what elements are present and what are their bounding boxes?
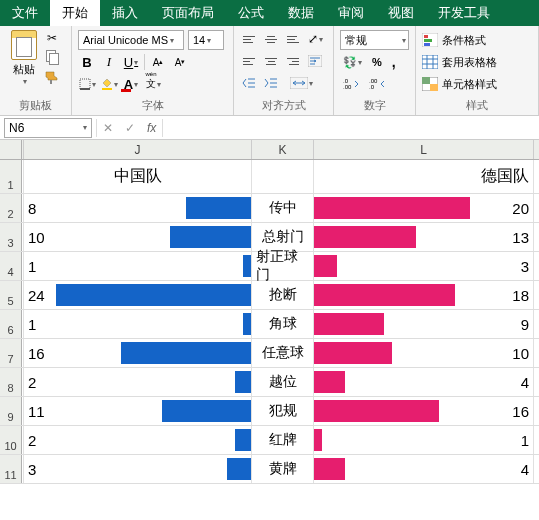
cell-china-value[interactable]: 1 bbox=[24, 252, 252, 280]
cell-china-value[interactable]: 3 bbox=[24, 455, 252, 483]
conditional-format-button[interactable]: 条件格式 bbox=[422, 30, 532, 50]
cell-category[interactable]: 射正球门 bbox=[252, 252, 314, 280]
accept-formula-button[interactable]: ✓ bbox=[119, 121, 141, 135]
align-top-button[interactable] bbox=[240, 30, 258, 48]
table-row: 102红牌1 bbox=[0, 426, 539, 455]
format-painter-icon[interactable] bbox=[44, 70, 60, 86]
cell-germany-value[interactable]: 4 bbox=[314, 368, 534, 396]
currency-button[interactable]: 💱▾ bbox=[340, 53, 365, 71]
menu-item[interactable]: 开始 bbox=[50, 0, 100, 26]
select-all-corner[interactable] bbox=[0, 140, 22, 159]
column-header[interactable]: J bbox=[24, 140, 252, 159]
cell-china-value[interactable]: 1 bbox=[24, 310, 252, 338]
font-color-button[interactable]: A▾ bbox=[122, 74, 140, 94]
cell-category[interactable]: 传中 bbox=[252, 194, 314, 222]
phonetic-guide-button[interactable]: wén文▾ bbox=[144, 74, 162, 94]
cell-china-value[interactable]: 2 bbox=[24, 368, 252, 396]
percent-button[interactable]: % bbox=[369, 53, 385, 71]
cell-china-value[interactable]: 8 bbox=[24, 194, 252, 222]
column-header[interactable]: K bbox=[252, 140, 314, 159]
wrap-text-button[interactable] bbox=[306, 52, 324, 70]
cell-china-value[interactable]: 2 bbox=[24, 426, 252, 454]
cell-category[interactable]: 抢断 bbox=[252, 281, 314, 309]
row-header[interactable]: 6 bbox=[0, 310, 22, 338]
cell-category[interactable]: 总射门 bbox=[252, 223, 314, 251]
increase-indent-button[interactable] bbox=[262, 74, 280, 92]
italic-button[interactable]: I bbox=[100, 52, 118, 72]
align-left-button[interactable] bbox=[240, 52, 258, 70]
merge-button[interactable]: ▾ bbox=[284, 74, 318, 92]
font-size-combo[interactable]: 14 ▾ bbox=[188, 30, 224, 50]
cell-china-value[interactable]: 24 bbox=[24, 281, 252, 309]
cell-germany-value[interactable]: 3 bbox=[314, 252, 534, 280]
fill-color-button[interactable]: ▾ bbox=[100, 74, 118, 94]
cell-team-china[interactable]: 中国队 bbox=[24, 160, 252, 193]
row-header[interactable]: 5 bbox=[0, 281, 22, 309]
row-header[interactable]: 11 bbox=[0, 455, 22, 483]
row-header[interactable]: 9 bbox=[0, 397, 22, 425]
decrease-font-button[interactable]: A▾ bbox=[171, 52, 189, 72]
align-bottom-button[interactable] bbox=[284, 30, 302, 48]
row-header[interactable]: 4 bbox=[0, 252, 22, 280]
menu-item[interactable]: 数据 bbox=[276, 0, 326, 26]
value-label: 18 bbox=[512, 287, 529, 304]
column-header[interactable]: L bbox=[314, 140, 534, 159]
cell-category[interactable]: 角球 bbox=[252, 310, 314, 338]
increase-font-button[interactable]: A▴ bbox=[149, 52, 167, 72]
cell-germany-value[interactable]: 9 bbox=[314, 310, 534, 338]
menu-item[interactable]: 插入 bbox=[100, 0, 150, 26]
cell-china-value[interactable]: 11 bbox=[24, 397, 252, 425]
fx-icon[interactable]: fx bbox=[141, 121, 162, 135]
increase-decimal-button[interactable]: .0.00 bbox=[340, 75, 362, 93]
name-box[interactable]: N6 ▾ bbox=[4, 118, 92, 138]
cell-germany-value[interactable]: 13 bbox=[314, 223, 534, 251]
cell-germany-value[interactable]: 4 bbox=[314, 455, 534, 483]
underline-button[interactable]: U▾ bbox=[122, 52, 140, 72]
border-button[interactable]: ▾ bbox=[78, 74, 96, 94]
cancel-formula-button[interactable]: ✕ bbox=[97, 121, 119, 135]
cell-category[interactable]: 越位 bbox=[252, 368, 314, 396]
formula-input[interactable] bbox=[163, 118, 539, 138]
menu-item[interactable]: 文件 bbox=[0, 0, 50, 26]
copy-icon[interactable] bbox=[44, 50, 60, 66]
font-name-combo[interactable]: Arial Unicode MS ▾ bbox=[78, 30, 184, 50]
cell-category[interactable]: 任意球 bbox=[252, 339, 314, 367]
decrease-decimal-button[interactable]: .00.0 bbox=[366, 75, 388, 93]
row-header[interactable]: 7 bbox=[0, 339, 22, 367]
cell-styles-button[interactable]: 单元格样式 bbox=[422, 74, 532, 94]
cell-germany-value[interactable]: 16 bbox=[314, 397, 534, 425]
format-table-button[interactable]: 套用表格格 bbox=[422, 52, 532, 72]
cell-team-germany[interactable]: 德国队 bbox=[314, 160, 534, 193]
cell-china-value[interactable]: 16 bbox=[24, 339, 252, 367]
cell-germany-value[interactable]: 18 bbox=[314, 281, 534, 309]
cell-china-value[interactable]: 10 bbox=[24, 223, 252, 251]
menu-item[interactable]: 页面布局 bbox=[150, 0, 226, 26]
align-middle-button[interactable] bbox=[262, 30, 280, 48]
paste-button[interactable]: 粘贴 ▾ bbox=[6, 30, 42, 96]
menu-item[interactable]: 审阅 bbox=[326, 0, 376, 26]
cell-germany-value[interactable]: 20 bbox=[314, 194, 534, 222]
row-header[interactable]: 3 bbox=[0, 223, 22, 251]
menu-item[interactable]: 开发工具 bbox=[426, 0, 502, 26]
number-format-combo[interactable]: 常规 ▾ bbox=[340, 30, 409, 50]
row-header[interactable]: 2 bbox=[0, 194, 22, 222]
align-right-button[interactable] bbox=[284, 52, 302, 70]
row-header[interactable]: 1 bbox=[0, 160, 22, 193]
menu-item[interactable]: 公式 bbox=[226, 0, 276, 26]
cut-icon[interactable]: ✂ bbox=[44, 30, 60, 46]
orientation-button[interactable]: ⤢▾ bbox=[306, 30, 324, 48]
comma-button[interactable]: , bbox=[389, 53, 399, 71]
cell-germany-value[interactable]: 1 bbox=[314, 426, 534, 454]
cell-category[interactable]: 犯规 bbox=[252, 397, 314, 425]
cell-germany-value[interactable]: 10 bbox=[314, 339, 534, 367]
row-header[interactable]: 8 bbox=[0, 368, 22, 396]
menu-item[interactable]: 视图 bbox=[376, 0, 426, 26]
cell-category[interactable]: 黄牌 bbox=[252, 455, 314, 483]
cell[interactable] bbox=[252, 160, 314, 193]
row-header[interactable]: 10 bbox=[0, 426, 22, 454]
align-center-button[interactable] bbox=[262, 52, 280, 70]
data-bar bbox=[314, 226, 416, 248]
cell-category[interactable]: 红牌 bbox=[252, 426, 314, 454]
bold-button[interactable]: B bbox=[78, 52, 96, 72]
decrease-indent-button[interactable] bbox=[240, 74, 258, 92]
